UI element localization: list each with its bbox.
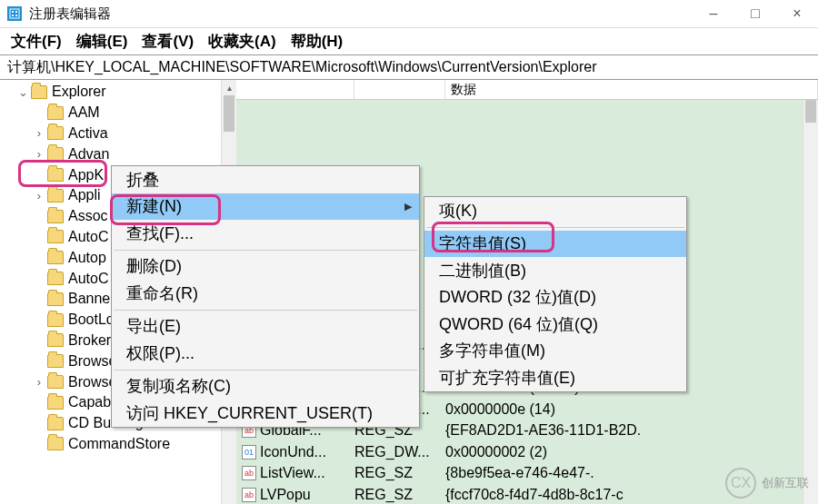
value-data: {EF8AD2D1-AE36-11D1-B2D. (445, 422, 818, 439)
menu-label: 查找(F)... (126, 222, 194, 244)
menu-label: 新建(N) (126, 195, 182, 217)
menu-bar: 文件(F) 编辑(E) 查看(V) 收藏夹(A) 帮助(H) (0, 27, 818, 54)
menu-label: 二进制值(B) (439, 260, 526, 282)
folder-icon (47, 168, 64, 182)
value-type: REG_SZ (354, 465, 445, 481)
tree-item[interactable]: AAM (0, 103, 235, 124)
folder-icon (47, 437, 64, 450)
svg-rect-2 (15, 11, 17, 13)
maximize-button[interactable]: □ (734, 0, 776, 27)
menu-help[interactable]: 帮助(H) (285, 29, 349, 54)
menu-item[interactable]: 复制项名称(C) (112, 373, 419, 400)
svg-rect-1 (12, 11, 14, 13)
menu-separator (426, 227, 684, 228)
watermark-icon: CX (725, 468, 756, 499)
menu-label: 字符串值(S) (439, 232, 526, 254)
svg-rect-4 (15, 15, 17, 16)
close-button[interactable]: × (776, 0, 818, 27)
col-data[interactable]: 数据 (445, 80, 818, 99)
folder-icon (47, 126, 64, 140)
menu-item[interactable]: QWORD (64 位)值(Q) (424, 311, 686, 338)
menu-item[interactable]: 查找(F)... (112, 220, 419, 247)
vertical-scrollbar[interactable]: ▴ (803, 80, 818, 504)
menu-edit[interactable]: 编辑(E) (71, 29, 134, 54)
menu-item[interactable]: 多字符串值(M) (424, 338, 686, 365)
minimize-button[interactable]: – (693, 0, 734, 27)
context-menu[interactable]: 折叠新建(N)查找(F)...删除(D)重命名(R)导出(E)权限(P)...复… (111, 165, 420, 428)
expand-icon[interactable]: › (33, 375, 45, 389)
menu-item[interactable]: 折叠 (112, 166, 419, 193)
value-data: 0x0000000e (14) (445, 401, 818, 418)
menu-separator (114, 370, 417, 371)
folder-icon (31, 85, 47, 99)
title-bar: 注册表编辑器 – □ × (0, 0, 818, 27)
tree-label: Activa (68, 125, 108, 142)
value-icon: ab (242, 488, 256, 502)
tree-item[interactable]: ⌄Explorer (0, 82, 235, 103)
list-header: 数据 (236, 80, 818, 100)
menu-item[interactable]: 访问 HKEY_CURRENT_USER(T) (112, 400, 419, 427)
menu-item[interactable]: 可扩充字符串值(E) (424, 364, 686, 391)
folder-icon (47, 417, 64, 430)
menu-label: 重命名(R) (126, 282, 198, 304)
folder-icon (47, 189, 64, 203)
menu-label: 访问 HKEY_CURRENT_USER(T) (126, 402, 373, 424)
watermark-text: 创新互联 (762, 475, 809, 491)
window-controls: – □ × (693, 0, 818, 27)
tree-label: Appli (68, 187, 101, 203)
expand-icon[interactable]: ⌄ (16, 85, 29, 99)
menu-file[interactable]: 文件(F) (5, 29, 67, 54)
col-name[interactable] (236, 80, 354, 99)
tree-label: AAM (68, 104, 100, 121)
tree-item[interactable]: CommandStore (0, 434, 235, 455)
menu-item[interactable]: 二进制值(B) (424, 257, 686, 284)
tree-label: CommandStore (68, 436, 170, 452)
menu-item[interactable]: 重命名(R) (112, 280, 419, 307)
folder-icon (47, 210, 64, 223)
tree-item[interactable]: ›Advan (0, 143, 235, 164)
menu-item[interactable]: 项(K) (424, 197, 686, 224)
registry-path: 计算机\HKEY_LOCAL_MACHINE\SOFTWARE\Microsof… (7, 58, 596, 77)
tree-label: AutoC (68, 229, 108, 245)
address-bar[interactable]: 计算机\HKEY_LOCAL_MACHINE\SOFTWARE\Microsof… (0, 54, 818, 80)
menu-label: 可扩充字符串值(E) (439, 367, 575, 389)
tree-label: Explorer (52, 84, 106, 100)
folder-icon (47, 313, 64, 327)
folder-icon (47, 354, 64, 368)
menu-label: DWORD (32 位)值(D) (439, 286, 596, 308)
menu-label: 删除(D) (126, 255, 182, 277)
scroll-up-icon[interactable]: ▴ (222, 80, 236, 95)
value-type: REG_DW... (354, 444, 445, 460)
menu-view[interactable]: 查看(V) (136, 29, 199, 54)
value-data: 0x00000002 (2) (445, 444, 818, 460)
menu-label: 权限(P)... (126, 342, 195, 364)
folder-icon (47, 272, 64, 285)
expand-icon[interactable]: › (33, 126, 45, 140)
menu-item[interactable]: 导出(E) (112, 313, 419, 341)
folder-icon (47, 251, 64, 264)
menu-item[interactable]: 权限(P)... (112, 340, 419, 367)
menu-item[interactable]: 删除(D) (112, 253, 419, 281)
menu-item[interactable]: DWORD (32 位)值(D) (424, 284, 686, 311)
scroll-thumb[interactable] (224, 95, 234, 132)
folder-icon (47, 230, 64, 243)
context-submenu-new[interactable]: 项(K)字符串值(S)二进制值(B)DWORD (32 位)值(D)QWORD … (424, 196, 687, 392)
tree-label: Advan (68, 146, 109, 163)
menu-label: 多字符串值(M) (439, 340, 545, 361)
expand-icon[interactable]: › (33, 189, 45, 203)
workspace: ⌄ExplorerAAM›Activa›AdvanAppK›AppliAssoc… (0, 80, 818, 504)
col-type[interactable] (354, 80, 445, 99)
folder-icon (47, 396, 64, 410)
table-row[interactable]: 01IconUnd...REG_DW...0x00000002 (2) (236, 441, 818, 463)
folder-icon (47, 292, 64, 306)
expand-icon[interactable]: › (33, 147, 45, 161)
menu-favorites[interactable]: 收藏夹(A) (203, 29, 282, 54)
svg-rect-3 (12, 15, 14, 16)
svg-rect-0 (10, 9, 19, 18)
tree-label: Autop (68, 250, 106, 266)
tree-item[interactable]: ›Activa (0, 124, 235, 144)
menu-separator (114, 310, 417, 311)
folder-icon (47, 333, 64, 347)
menu-item[interactable]: 字符串值(S) (424, 231, 686, 258)
menu-item[interactable]: 新建(N) (112, 193, 419, 221)
